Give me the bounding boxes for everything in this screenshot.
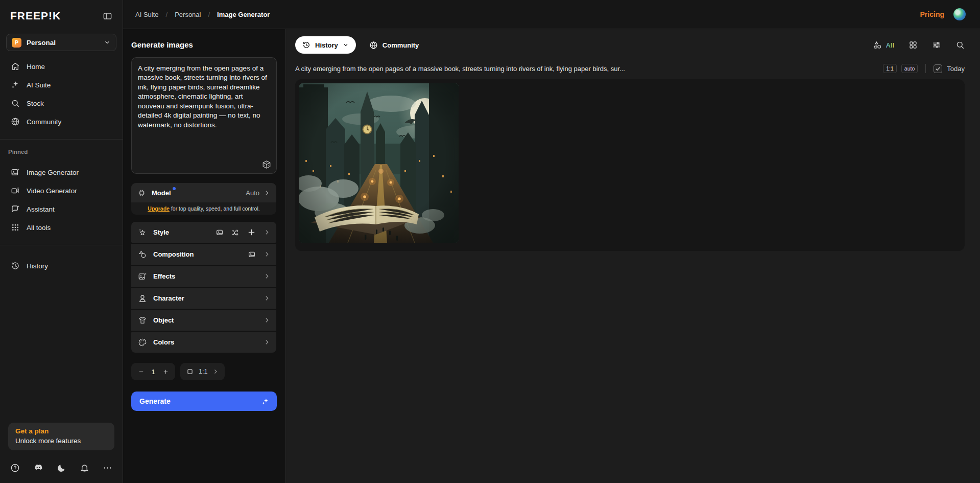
sidebar-item-video-generator[interactable]: Video Generator	[0, 181, 123, 200]
sparkles-icon	[11, 80, 20, 89]
workspace-selector[interactable]: P Personal	[6, 34, 116, 51]
top-bar: AI Suite / Personal / Image Generator Pr…	[123, 0, 980, 29]
sidebar-item-history[interactable]: History	[0, 257, 123, 275]
upgrade-text: for top quality, speed, and full control…	[171, 205, 260, 212]
sidebar-item-community[interactable]: Community	[0, 112, 123, 131]
upgrade-banner: Upgrade for top quality, speed, and full…	[131, 202, 276, 215]
shuffle-icon[interactable]	[231, 228, 240, 237]
section-style[interactable]: Style	[131, 222, 276, 243]
sidebar-item-label: History	[27, 262, 48, 270]
history-dropdown-button[interactable]: History	[295, 36, 356, 54]
breadcrumb-ai-suite[interactable]: AI Suite	[135, 11, 159, 18]
generated-image-thumbnail[interactable]	[299, 83, 459, 243]
reference-image-icon[interactable]	[216, 228, 224, 237]
bell-icon[interactable]	[80, 463, 89, 473]
breadcrumb-image-generator[interactable]: Image Generator	[217, 11, 270, 18]
quantity-decrease-button[interactable]	[134, 364, 148, 379]
chevron-right-icon	[212, 369, 219, 375]
today-checkbox[interactable]	[934, 64, 942, 73]
effects-icon	[138, 272, 147, 281]
main-content: History Community All	[286, 29, 980, 483]
user-avatar[interactable]	[953, 8, 966, 20]
model-selector[interactable]: Model Auto	[131, 183, 276, 202]
filter-all-button[interactable]: All	[873, 41, 894, 50]
chevron-right-icon	[264, 339, 270, 346]
get-a-plan-card[interactable]: Get a plan Unlock more features	[8, 423, 114, 450]
sidebar-item-label: Video Generator	[27, 187, 77, 195]
sidebar-divider	[0, 245, 123, 245]
chip-icon	[137, 189, 146, 197]
sidebar-item-home[interactable]: Home	[0, 57, 123, 76]
sliders-icon[interactable]	[932, 40, 941, 50]
plan-title: Get a plan	[15, 427, 107, 435]
globe-icon	[369, 41, 378, 50]
history-button-label: History	[315, 41, 338, 49]
reference-image-icon[interactable]	[248, 250, 256, 259]
quantity-stepper: 1	[131, 363, 175, 380]
globe-icon	[11, 117, 20, 126]
aspect-ratio-selector[interactable]: 1:1	[180, 363, 225, 380]
history-clock-icon	[302, 41, 310, 49]
quantity-increase-button[interactable]	[159, 364, 172, 379]
result-prompt-summary[interactable]: A city emerging from the open pages of a…	[295, 65, 625, 73]
ratio-badge: 1:1	[883, 64, 897, 73]
grid-view-icon[interactable]	[909, 40, 918, 50]
sidebar-toggle-icon[interactable]	[103, 11, 112, 21]
quantity-value: 1	[148, 368, 159, 376]
composition-icon	[138, 250, 147, 259]
model-card: Model Auto Upgrade for top quality, spee…	[131, 183, 276, 215]
sidebar-item-label: Image Generator	[27, 169, 79, 176]
community-tab[interactable]: Community	[369, 41, 419, 50]
moon-icon[interactable]	[57, 463, 66, 473]
ellipsis-icon[interactable]	[103, 463, 112, 473]
chevron-right-icon	[264, 251, 270, 258]
section-character[interactable]: Character	[131, 288, 276, 309]
chevron-down-icon	[104, 39, 111, 46]
plus-icon[interactable]	[247, 228, 256, 237]
upgrade-link[interactable]: Upgrade	[148, 205, 170, 212]
section-label: Style	[153, 228, 209, 236]
pricing-link[interactable]: Pricing	[920, 10, 944, 18]
discord-icon[interactable]	[33, 463, 43, 473]
sidebar-item-image-generator[interactable]: Image Generator	[0, 163, 123, 181]
sidebar-item-ai-suite[interactable]: AI Suite	[0, 76, 123, 94]
sidebar-item-label: Stock	[27, 100, 44, 107]
search-icon[interactable]	[955, 40, 965, 50]
mode-badge: auto	[901, 64, 918, 73]
section-label: Colors	[153, 338, 257, 346]
prompt-textarea[interactable]: A city emerging from the open pages of a…	[131, 57, 277, 174]
page-title: Generate images	[131, 40, 276, 49]
section-label: Effects	[153, 272, 257, 280]
workspace-badge: P	[12, 38, 21, 48]
sidebar-item-label: Community	[27, 118, 61, 126]
section-label: Composition	[153, 250, 242, 258]
help-icon[interactable]	[10, 463, 20, 473]
model-value: Auto	[246, 189, 259, 197]
sidebar-item-assistant[interactable]: Assistant	[0, 200, 123, 218]
freepik-logo[interactable]: FREEP!K	[10, 10, 61, 22]
section-effects[interactable]: Effects	[131, 266, 276, 287]
sidebar-item-all-tools[interactable]: All tools	[0, 218, 123, 237]
generate-label: Generate	[139, 397, 171, 405]
meta-divider	[925, 64, 926, 73]
breadcrumb: AI Suite / Personal / Image Generator	[135, 11, 270, 18]
section-object[interactable]: Object	[131, 310, 276, 331]
sidebar-divider	[0, 139, 123, 140]
workspace-name: Personal	[27, 39, 99, 47]
assistant-icon	[11, 204, 20, 214]
dice-icon[interactable]	[262, 160, 271, 169]
results-section: A city emerging from the open pages of a…	[286, 61, 980, 251]
sidebar-item-stock[interactable]: Stock	[0, 94, 123, 112]
style-icon	[138, 228, 147, 237]
breadcrumb-personal[interactable]: Personal	[175, 11, 201, 18]
model-new-dot	[173, 187, 176, 190]
shapes-filter-icon	[873, 41, 882, 50]
section-composition[interactable]: Composition	[131, 244, 276, 265]
home-icon	[11, 62, 20, 71]
sidebar: FREEP!K P Personal Home AI Suite	[0, 0, 123, 483]
generate-button[interactable]: Generate	[131, 392, 277, 411]
sparkles-icon	[261, 397, 270, 406]
chevron-right-icon	[264, 295, 270, 302]
section-colors[interactable]: Colors	[131, 332, 276, 353]
generator-panel: Generate images A city emerging from the…	[123, 29, 286, 483]
